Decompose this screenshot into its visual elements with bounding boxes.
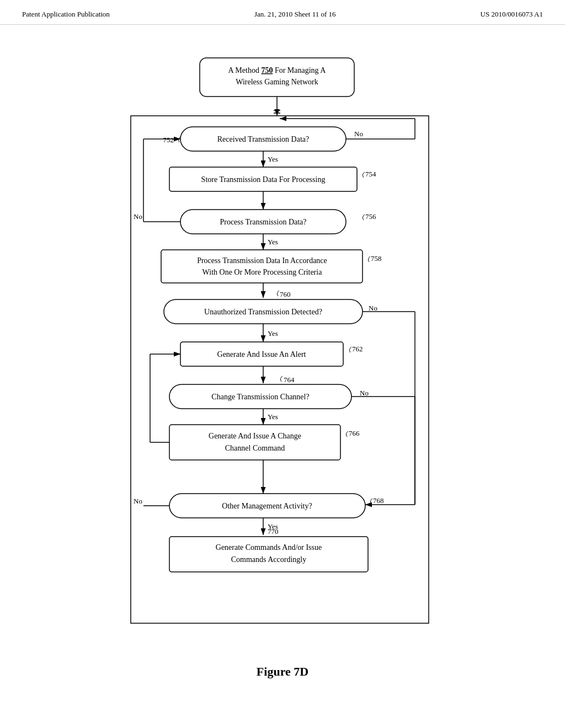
node-756-num: 756 [365,212,376,221]
node-752-label: Received Transmission Data? [217,135,309,143]
title-box [200,58,354,97]
node-770-label-2: Commands Accordingly [231,555,307,564]
header-left: Patent Application Publication [22,10,110,19]
node-754-num: 754 [365,170,376,178]
yes-label-764: Yes [268,413,278,421]
node-770-label-1: Generate Commands And/or Issue [216,543,322,552]
node-758-shape [161,250,363,283]
node-760-num: 760 [280,290,291,298]
diagram-area: A Method 750 For Managing A Wireless Gam… [0,25,565,654]
no-label-764: No [360,389,369,397]
no-label-760: No [369,304,377,312]
no-label-756: No [134,212,142,221]
figure-label: Figure 7D [257,665,308,678]
node-756-label: Process Transmission Data? [220,218,306,226]
node-762-num: 762 [352,345,363,353]
node-766-label-2: Channel Command [225,444,285,452]
yes-label-756: Yes [268,238,278,246]
figure-caption: Figure 7D [0,665,565,679]
header-right: US 2010/0016073 A1 [481,10,543,19]
node-766-shape [169,425,340,460]
node-764-num: 764 [284,376,295,384]
node-770-shape [169,537,368,572]
node-758-label-2: With One Or More Processing Criteria [202,268,323,276]
node-770-num: 770 [268,527,279,536]
node-758-num: 758 [371,254,382,263]
yes-label-760: Yes [268,329,278,338]
node-764-label: Change Transmission Channel? [211,393,309,401]
node-766-num: 766 [349,429,360,437]
no-label-752: No [354,130,363,138]
flowchart-svg: A Method 750 For Managing A Wireless Gam… [84,41,481,648]
title-line2: Wireless Gaming Network [236,78,318,86]
page-header: Patent Application Publication Jan. 21, … [0,0,565,25]
no-label-768: No [134,497,142,505]
node-760-label: Unauthorized Transmission Detected? [204,308,322,316]
node-758-label-1: Process Transmission Data In Accordance [197,256,327,265]
node-768-num: 768 [373,496,384,505]
node-754-label: Store Transmission Data For Processing [201,175,326,184]
node-762-label: Generate And Issue An Alert [217,350,306,358]
node-766-label-1: Generate And Issue A Change [209,432,301,440]
yes-label-752: Yes [268,155,278,163]
header-middle: Jan. 21, 2010 Sheet 11 of 16 [254,10,336,19]
title-line1: A Method 750 For Managing A [228,66,327,74]
node-752-num: 752 [163,136,174,144]
node-768-label: Other Management Activity? [222,502,312,510]
